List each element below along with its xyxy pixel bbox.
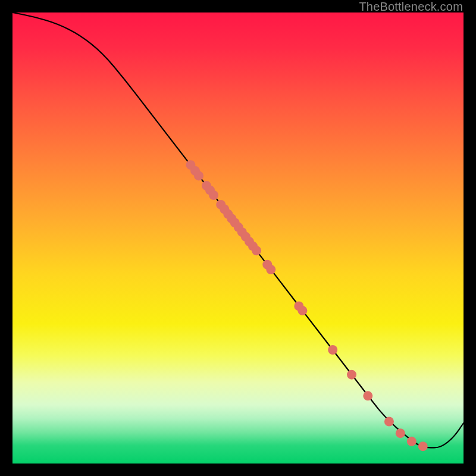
data-point bbox=[384, 417, 394, 427]
chart-frame: TheBottleneck.com bbox=[0, 0, 476, 476]
data-point bbox=[407, 437, 416, 446]
data-point bbox=[347, 370, 356, 380]
data-point bbox=[363, 391, 372, 400]
plot-area bbox=[12, 12, 464, 464]
watermark-text: TheBottleneck.com bbox=[359, 0, 463, 14]
chart-overlay bbox=[12, 12, 464, 464]
data-point bbox=[209, 190, 218, 200]
data-point bbox=[252, 246, 261, 255]
data-points bbox=[186, 160, 427, 451]
data-point bbox=[298, 306, 307, 315]
data-point bbox=[396, 428, 405, 438]
data-point bbox=[194, 171, 203, 180]
data-point bbox=[418, 441, 428, 451]
data-point bbox=[328, 345, 337, 355]
data-point bbox=[266, 265, 275, 274]
